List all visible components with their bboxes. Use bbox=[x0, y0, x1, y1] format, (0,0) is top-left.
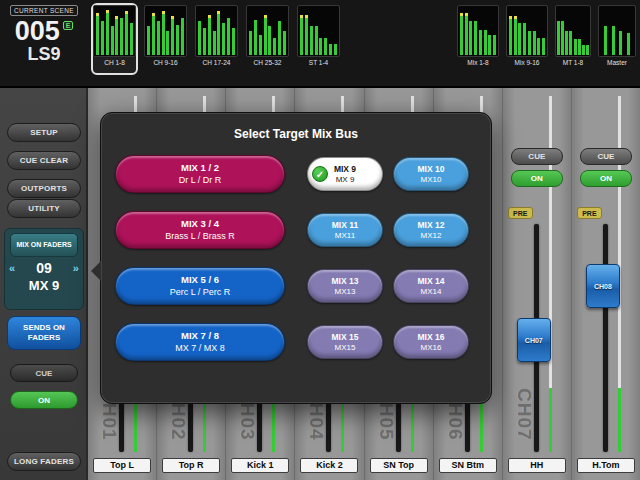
mix-5-6-button[interactable]: MIX 5 / 6 Perc L / Perc R bbox=[115, 267, 285, 305]
meter-bank-master[interactable]: Master bbox=[596, 3, 638, 75]
scene-number: 005 bbox=[15, 17, 60, 45]
mix-pair-sublabel: Dr L / Dr R bbox=[179, 175, 222, 186]
setup-button[interactable]: SETUP bbox=[7, 123, 81, 142]
stagemix-app: CURRENT SCENE 005 E LS9 CH 1-8 CH 9-16 C… bbox=[0, 0, 640, 480]
meter-bank-st1-4[interactable]: ST 1-4 bbox=[295, 3, 342, 75]
channel-name[interactable]: SN Btm bbox=[439, 458, 497, 473]
channel-on-button[interactable]: ON bbox=[580, 170, 632, 187]
mix-7-8-button[interactable]: MIX 7 / 8 MX 7 / MX 8 bbox=[115, 323, 285, 361]
meter-display bbox=[506, 5, 548, 57]
mix-prev-icon[interactable]: « bbox=[9, 262, 15, 274]
mix-label: MIX 9 bbox=[334, 164, 356, 175]
meter-display bbox=[555, 5, 591, 57]
meter-bank-label: CH 17-24 bbox=[195, 59, 238, 66]
mix-label: MIX 13 bbox=[332, 276, 359, 287]
mix-15-button[interactable]: MIX 15 MX15 bbox=[307, 325, 383, 359]
channel-name[interactable]: Top R bbox=[162, 458, 220, 473]
mix-label: MIX 10 bbox=[418, 164, 445, 175]
channel-cue-button[interactable]: CUE bbox=[580, 148, 632, 165]
mix-sublabel: MX13 bbox=[335, 287, 356, 297]
mix-sublabel: MX16 bbox=[421, 343, 442, 353]
pre-badge[interactable]: PRE bbox=[508, 207, 533, 219]
top-bar: CURRENT SCENE 005 E LS9 CH 1-8 CH 9-16 C… bbox=[0, 0, 640, 88]
channel-name[interactable]: HH bbox=[508, 458, 566, 473]
mix-sublabel: MX12 bbox=[421, 231, 442, 241]
meter-bank-ch25-32[interactable]: CH 25-32 bbox=[244, 3, 291, 75]
meter-bank-mix1-8[interactable]: Mix 1-8 bbox=[455, 3, 501, 75]
check-icon: ✓ bbox=[312, 166, 328, 182]
popover-arrow bbox=[91, 261, 101, 281]
meter-bank-label: Mix 1-8 bbox=[457, 59, 499, 66]
meter-display bbox=[297, 5, 340, 57]
outports-button[interactable]: OUTPORTS bbox=[7, 179, 81, 198]
mix-pair-label: MIX 1 / 2 bbox=[181, 162, 219, 174]
mix-pair-sublabel: Brass L / Brass R bbox=[165, 231, 235, 242]
mix-label: MIX 11 bbox=[332, 220, 358, 231]
cue-master-button[interactable]: CUE bbox=[10, 364, 78, 382]
mix-pair-sublabel: MX 7 / MX 8 bbox=[175, 343, 225, 354]
mix-sublabel: MX15 bbox=[335, 343, 356, 353]
channel-cue-button[interactable]: CUE bbox=[511, 148, 563, 165]
channel-id-label: CH07 bbox=[513, 388, 535, 452]
mix-on-faders-button[interactable]: MIX ON FADERS bbox=[10, 233, 78, 257]
mix-next-icon[interactable]: » bbox=[73, 262, 79, 274]
meter-bank-label: MT 1-8 bbox=[555, 59, 591, 66]
channel-name[interactable]: Top L bbox=[93, 458, 151, 473]
meter-bank-label: Master bbox=[598, 59, 636, 66]
fader-cap-label: CH08 bbox=[594, 283, 612, 290]
mix-single-grid: ✓ MIX 9 MX 9 MIX 10 MX10 MIX 11 MX11 MIX… bbox=[307, 157, 469, 359]
mix-1-2-button[interactable]: MIX 1 / 2 Dr L / Dr R bbox=[115, 155, 285, 193]
fader-cap-label: CH07 bbox=[525, 337, 543, 344]
on-master-button[interactable]: ON bbox=[10, 391, 78, 409]
mix-12-button[interactable]: MIX 12 MX12 bbox=[393, 213, 469, 247]
mix-9-button-selected[interactable]: ✓ MIX 9 MX 9 bbox=[307, 157, 383, 191]
meter-bank-mix9-16[interactable]: Mix 9-16 bbox=[504, 3, 550, 75]
current-scene-label: CURRENT SCENE bbox=[10, 5, 78, 16]
mix-3-4-button[interactable]: MIX 3 / 4 Brass L / Brass R bbox=[115, 211, 285, 249]
mix-13-button[interactable]: MIX 13 MX13 bbox=[307, 269, 383, 303]
modal-title: Select Target Mix Bus bbox=[101, 127, 491, 141]
pre-badge[interactable]: PRE bbox=[577, 207, 602, 219]
meter-bank-ch9-16[interactable]: CH 9-16 bbox=[142, 3, 189, 75]
fader-cap[interactable]: CH07 bbox=[517, 318, 551, 362]
meter-display bbox=[457, 5, 499, 57]
meter-display bbox=[195, 5, 238, 57]
mix-16-button[interactable]: MIX 16 MX16 bbox=[393, 325, 469, 359]
channel-on-button[interactable]: ON bbox=[511, 170, 563, 187]
meter-bank-label: ST 1-4 bbox=[297, 59, 340, 66]
channel-name[interactable]: SN Top bbox=[370, 458, 428, 473]
mix-pair-column: MIX 1 / 2 Dr L / Dr R MIX 3 / 4 Brass L … bbox=[115, 155, 285, 379]
scene-panel[interactable]: CURRENT SCENE 005 E LS9 bbox=[0, 0, 88, 88]
channel-name[interactable]: Kick 2 bbox=[300, 458, 358, 473]
mix-bus-name[interactable]: MX 9 bbox=[29, 278, 59, 293]
cue-clear-button[interactable]: CUE CLEAR bbox=[7, 151, 81, 170]
long-faders-button[interactable]: LONG FADERS bbox=[7, 452, 81, 471]
mix-label: MIX 15 bbox=[332, 332, 359, 343]
select-mix-bus-modal: Select Target Mix Bus MIX 1 / 2 Dr L / D… bbox=[100, 112, 492, 404]
scene-edit-badge: E bbox=[63, 21, 74, 30]
mix-sublabel: MX14 bbox=[421, 287, 442, 297]
channel-name[interactable]: H.Tom bbox=[577, 458, 635, 473]
mix-sublabel: MX11 bbox=[335, 231, 355, 241]
mix-11-button[interactable]: MIX 11 MX11 bbox=[307, 213, 383, 247]
mix-14-button[interactable]: MIX 14 MX14 bbox=[393, 269, 469, 303]
mix-pair-label: MIX 7 / 8 bbox=[181, 330, 219, 342]
utility-button[interactable]: UTILITY bbox=[7, 199, 81, 218]
meter-bank-label: Mix 9-16 bbox=[506, 59, 548, 66]
mix-pair-label: MIX 3 / 4 bbox=[181, 218, 219, 230]
meter-bank-ch17-24[interactable]: CH 17-24 bbox=[193, 3, 240, 75]
channel-strip-7: CUE ON PRE CH07 CH07 HH bbox=[502, 88, 571, 480]
meter-bank-ch1-8[interactable]: CH 1-8 bbox=[91, 3, 138, 75]
mix-label: MIX 16 bbox=[418, 332, 445, 343]
mix-pair-sublabel: Perc L / Perc R bbox=[170, 287, 231, 298]
mix-on-faders-panel: MIX ON FADERS « 09 » MX 9 bbox=[4, 228, 84, 310]
meter-bank-label: CH 1-8 bbox=[93, 59, 136, 66]
fader-cap[interactable]: CH08 bbox=[586, 264, 620, 308]
meter-bank-mt1-8[interactable]: MT 1-8 bbox=[553, 3, 593, 75]
mix-10-button[interactable]: MIX 10 MX10 bbox=[393, 157, 469, 191]
meter-display bbox=[93, 5, 136, 57]
meter-bank-label: CH 9-16 bbox=[144, 59, 187, 66]
mix-number-value: 09 bbox=[36, 260, 52, 276]
channel-name[interactable]: Kick 1 bbox=[231, 458, 289, 473]
sends-on-faders-button[interactable]: SENDS ON FADERS bbox=[7, 316, 81, 350]
